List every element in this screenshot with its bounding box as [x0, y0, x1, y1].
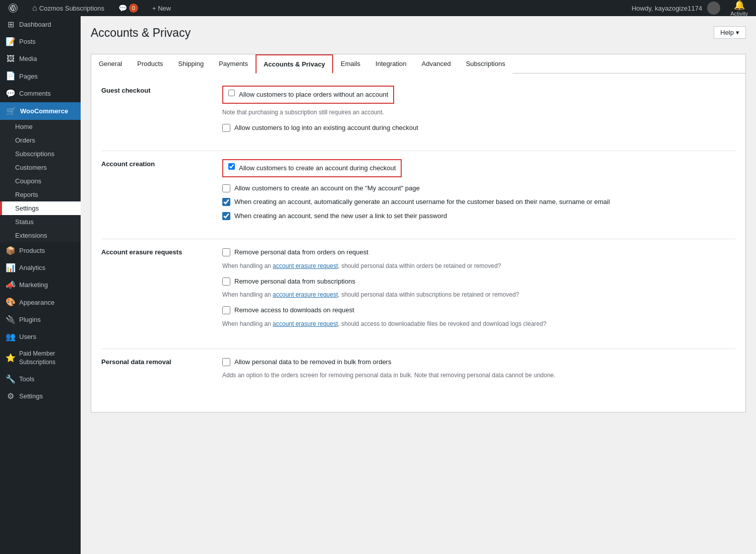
create-account-checkout-checkbox[interactable] [228, 163, 235, 170]
guest-checkout-login-label: Allow customers to log into an existing … [234, 123, 418, 133]
create-account-checkout-label: Allow customers to create an account dur… [239, 163, 396, 173]
admin-bar: W ⌂ Cozmos Subscriptions 💬 0 + New Howdy… [0, 0, 756, 16]
page-title: Accounts & Privacy [91, 26, 191, 40]
account-creation-option-2: Allow customers to create an account on … [222, 183, 735, 193]
sidebar-item-appearance[interactable]: 🎨 Appearance [0, 294, 81, 311]
erasure-orders-help: When handling an account erasure request… [222, 261, 735, 270]
sidebar-sub-orders[interactable]: Orders [0, 133, 81, 147]
account-erasure-section: Account erasure requests Remove personal… [101, 247, 735, 334]
svg-text:W: W [11, 6, 16, 11]
sidebar-item-products[interactable]: 📦 Products [0, 242, 81, 259]
tab-emails[interactable]: Emails [333, 54, 368, 74]
erase-subscriptions-checkbox[interactable] [222, 278, 230, 286]
woocommerce-section: Home Orders Subscriptions Customers Coup… [0, 120, 81, 242]
sidebar-item-posts[interactable]: 📝 Posts [0, 33, 81, 50]
sidebar-item-paid-member[interactable]: ⭐ Paid Member Subscriptions [0, 345, 81, 371]
woocommerce-header[interactable]: 🛒 WooCommerce [0, 102, 81, 120]
erasure-subscriptions-help: When handling an account erasure request… [222, 290, 735, 299]
settings-tabs: General Products Shipping Payments Accou… [91, 54, 745, 74]
site-name-button[interactable]: ⌂ Cozmos Subscriptions [28, 0, 108, 16]
sidebar-item-media[interactable]: 🖼 Media [0, 50, 81, 67]
revoke-downloads-checkbox[interactable] [222, 306, 230, 314]
tab-advanced[interactable]: Advanced [414, 54, 459, 74]
account-creation-option-1-highlighted: Allow customers to create an account dur… [222, 159, 402, 177]
account-erasure-label: Account erasure requests [101, 247, 212, 334]
analytics-icon: 📊 [6, 263, 15, 272]
account-creation-controls: Allow customers to create an account dur… [222, 159, 735, 225]
guest-checkout-section: Guest checkout Allow customers to place … [101, 86, 735, 136]
account-erasure-controls: Remove personal data from orders on requ… [222, 247, 735, 334]
sidebar-sub-home[interactable]: Home [0, 120, 81, 133]
settings-content: Guest checkout Allow customers to place … [91, 74, 745, 412]
personal-data-controls: Allow personal data to be removed in bul… [222, 357, 735, 386]
send-password-link-checkbox[interactable] [222, 212, 230, 220]
guest-checkout-option-1-highlighted: Allow customers to place orders without … [222, 86, 394, 104]
guest-checkout-option-2: Allow customers to log into an existing … [222, 123, 735, 133]
settings-icon: ⚙ [6, 392, 15, 401]
sidebar-item-tools[interactable]: 🔧 Tools [0, 371, 81, 388]
settings-card: General Products Shipping Payments Accou… [91, 54, 746, 412]
guest-checkout-login-checkbox[interactable] [222, 124, 230, 132]
sidebar-sub-extensions[interactable]: Extensions [0, 229, 81, 242]
new-content-button[interactable]: + New [148, 0, 175, 16]
content-area: Accounts & Privacy Help ▾ General Produc… [81, 16, 756, 554]
page-header: Accounts & Privacy Help ▾ [91, 26, 746, 48]
sidebar-sub-settings[interactable]: Settings [0, 201, 81, 215]
account-creation-option-3: When creating an account, automatically … [222, 197, 735, 207]
auto-generate-username-label: When creating an account, automatically … [234, 197, 610, 207]
tab-accounts[interactable]: Accounts & Privacy [256, 54, 333, 74]
erase-orders-checkbox[interactable] [222, 248, 230, 256]
sidebar: ⊞ Dashboard 📝 Posts 🖼 Media 📄 Pages 💬 Co… [0, 16, 81, 554]
sidebar-item-users[interactable]: 👥 Users [0, 328, 81, 345]
erasure-option-3: Remove access to downloads on request [222, 305, 735, 315]
erasure-request-link-3[interactable]: account erasure request [273, 320, 338, 327]
howdy-menu[interactable]: Howdy, kayazogize1174 [627, 0, 724, 16]
tab-payments[interactable]: Payments [211, 54, 256, 74]
erasure-option-2: Remove personal data from subscriptions [222, 276, 735, 287]
posts-icon: 📝 [6, 37, 15, 46]
erasure-request-link-2[interactable]: account erasure request [273, 291, 338, 298]
woo-icon: 🛒 [6, 106, 16, 116]
erasure-downloads-help: When handling an account erasure request… [222, 319, 735, 328]
sidebar-sub-coupons[interactable]: Coupons [0, 174, 81, 188]
marketing-icon: 📣 [6, 281, 15, 290]
comments-icon: 💬 [6, 89, 15, 98]
sidebar-sub-subscriptions[interactable]: Subscriptions [0, 147, 81, 161]
sidebar-sub-status[interactable]: Status [0, 215, 81, 229]
tab-subscriptions[interactable]: Subscriptions [458, 54, 513, 74]
help-button[interactable]: Help ▾ [714, 26, 746, 39]
sidebar-sub-reports[interactable]: Reports [0, 188, 81, 201]
erasure-request-link-1[interactable]: account erasure request [273, 262, 338, 269]
sidebar-item-settings[interactable]: ⚙ Settings [0, 388, 81, 405]
personal-data-section: Personal data removal Allow personal dat… [101, 357, 735, 386]
personal-data-help: Adds an option to the orders screen for … [222, 371, 735, 380]
sidebar-item-analytics[interactable]: 📊 Analytics [0, 259, 81, 276]
sidebar-sub-customers[interactable]: Customers [0, 161, 81, 174]
sidebar-item-comments[interactable]: 💬 Comments [0, 85, 81, 102]
guest-checkout-place-orders-label: Allow customers to place orders without … [239, 90, 388, 100]
guest-checkout-place-orders-checkbox[interactable] [228, 90, 235, 96]
personal-data-label: Personal data removal [101, 357, 212, 386]
tab-products[interactable]: Products [130, 54, 170, 74]
sidebar-item-marketing[interactable]: 📣 Marketing [0, 276, 81, 294]
personal-data-option-1: Allow personal data to be removed in bul… [222, 357, 735, 367]
revoke-downloads-label: Remove access to downloads on request [234, 305, 354, 315]
guest-checkout-controls: Allow customers to place orders without … [222, 86, 735, 136]
guest-checkout-label: Guest checkout [101, 86, 212, 136]
tab-integration[interactable]: Integration [368, 54, 414, 74]
create-account-myaccount-checkbox[interactable] [222, 184, 230, 192]
sidebar-item-dashboard[interactable]: ⊞ Dashboard [0, 16, 81, 33]
tab-shipping[interactable]: Shipping [171, 54, 212, 74]
erase-subscriptions-label: Remove personal data from subscriptions [234, 276, 355, 287]
sidebar-item-plugins[interactable]: 🔌 Plugins [0, 311, 81, 328]
comments-button[interactable]: 💬 0 [114, 0, 142, 16]
wp-logo-button[interactable]: W [4, 0, 22, 16]
products-icon: 📦 [6, 246, 15, 255]
tab-general[interactable]: General [91, 54, 130, 74]
appearance-icon: 🎨 [6, 298, 15, 307]
sidebar-item-pages[interactable]: 📄 Pages [0, 68, 81, 85]
pages-icon: 📄 [6, 72, 15, 81]
auto-generate-username-checkbox[interactable] [222, 198, 230, 206]
erase-orders-label: Remove personal data from orders on requ… [234, 247, 368, 257]
bulk-remove-orders-checkbox[interactable] [222, 358, 230, 366]
